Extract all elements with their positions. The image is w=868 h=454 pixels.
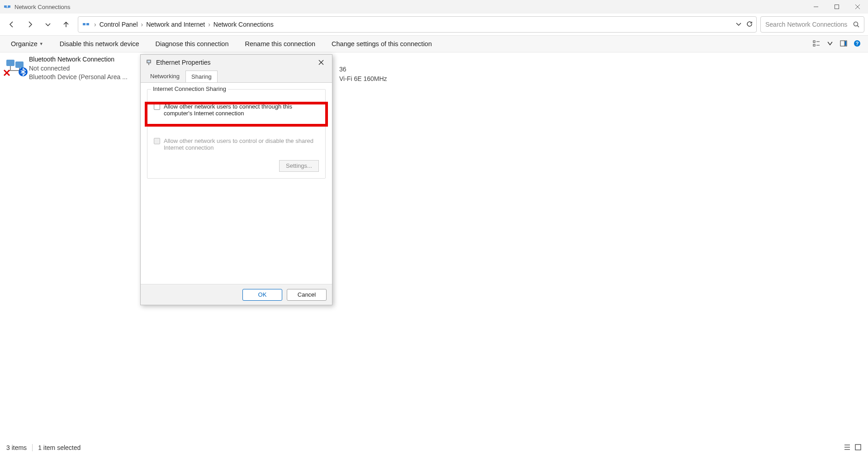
allow-control-label: Allow other network users to control or …	[164, 137, 319, 151]
connection-item-partial: 36 Vi-Fi 6E 160MHz	[339, 55, 387, 84]
breadcrumb-item[interactable]: Network and Internet	[144, 21, 207, 28]
checkbox-disabled-icon	[154, 138, 160, 144]
large-icons-view-button[interactable]	[854, 444, 862, 452]
checkbox-unchecked-icon[interactable]	[154, 104, 160, 110]
groupbox-title: Internet Connection Sharing	[151, 85, 228, 92]
rename-button[interactable]: Rename this connection	[242, 38, 319, 49]
recent-dropdown[interactable]	[40, 16, 56, 33]
content-area: Bluetooth Network Connection Not connect…	[0, 52, 868, 86]
window-title: Network Connections	[14, 4, 806, 10]
chevron-right-icon: ›	[140, 21, 145, 28]
tab-networking[interactable]: Networking	[144, 70, 185, 82]
location-icon	[82, 20, 90, 28]
change-settings-button[interactable]: Change settings of this connection	[328, 38, 436, 49]
connection-status: Not connected	[29, 64, 128, 73]
breadcrumb-item[interactable]: Network Connections	[212, 21, 275, 28]
ethernet-properties-dialog: Ethernet Properties Networking Sharing I…	[140, 54, 332, 305]
svg-rect-27	[147, 61, 150, 62]
window-controls	[806, 0, 868, 14]
connection-item-bluetooth[interactable]: Bluetooth Network Connection Not connect…	[5, 55, 140, 84]
view-dropdown[interactable]	[826, 40, 834, 48]
bluetooth-overlay-icon	[18, 67, 28, 77]
refresh-button[interactable]	[746, 21, 753, 28]
chevron-right-icon: ›	[207, 21, 212, 28]
cancel-button[interactable]: Cancel	[287, 289, 327, 301]
help-button[interactable]: ?	[854, 40, 861, 48]
command-bar: Organize▼ Disable this network device Di…	[0, 35, 868, 52]
svg-rect-7	[83, 23, 85, 25]
forward-button[interactable]	[22, 16, 38, 33]
svg-rect-17	[845, 41, 846, 46]
back-button[interactable]	[4, 16, 20, 33]
breadcrumb-item[interactable]: Control Panel	[98, 21, 140, 28]
svg-rect-0	[4, 5, 7, 8]
titlebar: Network Connections	[0, 0, 868, 14]
item-count: 3 items	[6, 444, 27, 451]
svg-rect-11	[813, 41, 815, 43]
svg-rect-4	[835, 5, 839, 9]
minimize-button[interactable]	[806, 0, 826, 14]
partial-text-2: Vi-Fi 6E 160MHz	[339, 74, 387, 84]
search-placeholder: Search Network Connections	[765, 21, 853, 28]
tab-sharing[interactable]: Sharing	[185, 71, 218, 83]
svg-text:?: ?	[856, 41, 859, 46]
dialog-titlebar: Ethernet Properties	[141, 55, 332, 70]
selection-count: 1 item selected	[38, 444, 81, 451]
dialog-tabs: Networking Sharing	[141, 70, 332, 82]
view-options-button[interactable]	[813, 40, 820, 48]
diagnose-button[interactable]: Diagnose this connection	[152, 38, 232, 49]
separator	[32, 444, 33, 451]
chevron-down-icon: ▼	[39, 42, 43, 46]
allow-connect-label: Allow other network users to connect thr…	[164, 103, 319, 117]
up-button[interactable]	[58, 16, 74, 33]
connection-device: Bluetooth Device (Personal Area ...	[29, 73, 128, 82]
connection-icon	[5, 55, 25, 76]
svg-line-10	[858, 26, 859, 28]
chevron-right-icon: ›	[93, 21, 98, 28]
svg-rect-34	[855, 445, 861, 450]
svg-rect-12	[813, 44, 815, 46]
ethernet-icon	[145, 59, 152, 66]
address-dropdown[interactable]	[735, 21, 742, 28]
ok-button[interactable]: OK	[242, 289, 282, 301]
preview-pane-button[interactable]	[840, 40, 847, 48]
svg-rect-8	[86, 23, 89, 25]
close-button[interactable]	[847, 0, 868, 14]
address-bar[interactable]: › Control Panel › Network and Internet ›…	[78, 16, 757, 33]
organize-menu[interactable]: Organize▼	[7, 38, 47, 49]
connection-name: Bluetooth Network Connection	[29, 55, 128, 64]
allow-control-checkbox-row: Allow other network users to control or …	[154, 137, 319, 151]
maximize-button[interactable]	[826, 0, 847, 14]
disconnected-overlay-icon	[3, 69, 11, 77]
partial-text-1: 36	[339, 65, 387, 74]
dialog-footer: OK Cancel	[141, 284, 332, 305]
search-input[interactable]: Search Network Connections	[760, 16, 864, 33]
status-bar: 3 items 1 item selected	[0, 441, 868, 454]
search-icon	[853, 21, 859, 28]
disable-device-button[interactable]: Disable this network device	[56, 38, 143, 49]
app-icon	[4, 3, 11, 10]
connection-info: Bluetooth Network Connection Not connect…	[29, 55, 128, 84]
allow-connect-checkbox-row[interactable]: Allow other network users to connect thr…	[154, 103, 319, 117]
dialog-title: Ethernet Properties	[156, 59, 211, 66]
ics-settings-button: Settings...	[279, 160, 319, 172]
details-view-button[interactable]	[844, 444, 851, 452]
ics-groupbox: Internet Connection Sharing Allow other …	[147, 89, 326, 179]
navigation-bar: › Control Panel › Network and Internet ›…	[0, 14, 868, 35]
svg-point-9	[854, 22, 858, 26]
dialog-close-button[interactable]	[315, 56, 327, 69]
svg-rect-20	[6, 60, 14, 66]
svg-rect-1	[8, 5, 10, 8]
dialog-body: Internet Connection Sharing Allow other …	[141, 82, 332, 284]
